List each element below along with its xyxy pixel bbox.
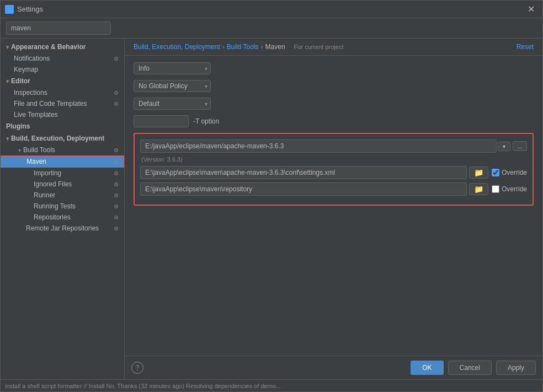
t-option-label: -T option xyxy=(193,117,219,125)
sidebar-item-ignored-files[interactable]: Ignored Files ⚙ xyxy=(1,179,124,190)
sidebar-item-inspections[interactable]: Inspections ⚙ xyxy=(1,87,124,98)
settings-content: Info Debug Warn Error ▾ No Global Policy… xyxy=(125,56,542,356)
maven-home-row: ▾ ... xyxy=(140,139,527,153)
sidebar: ▾ Appearance & Behavior Notifications ⚙ … xyxy=(1,39,125,379)
sidebar-item-appearance-behavior[interactable]: ▾ Appearance & Behavior xyxy=(1,41,124,53)
expand-arrow: ▾ xyxy=(6,78,9,84)
t-option-row: -T option xyxy=(134,115,534,127)
search-input[interactable] xyxy=(6,22,111,35)
maven-home-input[interactable] xyxy=(140,139,497,153)
maven-version-text: (Version: 3.6.3) xyxy=(140,156,527,163)
failure-policy-select-wrapper: Default Fast Never AtEnd ▾ xyxy=(134,98,211,110)
config-icon: ⚙ xyxy=(114,203,119,210)
config-icon: ⚙ xyxy=(114,214,119,221)
apply-button[interactable]: Apply xyxy=(496,361,536,375)
sidebar-item-build-tools[interactable]: ▾ Build Tools ⚙ xyxy=(1,144,124,155)
breadcrumb-path: Build, Execution, Deployment › Build Too… xyxy=(134,43,343,51)
sidebar-item-running-tests[interactable]: Running Tests ⚙ xyxy=(1,201,124,212)
config-icon: ⚙ xyxy=(114,170,119,176)
expand-arrow: ▾ xyxy=(6,136,9,142)
breadcrumb-maven: Maven xyxy=(265,43,285,51)
maven-home-box: ▾ ... (Version: 3.6.3) 📁 Override xyxy=(134,133,534,206)
local-repo-row: 📁 Override xyxy=(140,182,527,196)
local-repo-override-checkbox[interactable] xyxy=(492,185,499,193)
content-area: Build, Execution, Deployment › Build Too… xyxy=(125,39,542,379)
user-settings-row: 📁 Override xyxy=(140,166,527,179)
sidebar-item-maven[interactable]: Maven ⚙ xyxy=(1,155,124,168)
expand-arrow: ▾ xyxy=(18,147,21,153)
sidebar-item-runner[interactable]: Runner ⚙ xyxy=(1,190,124,201)
breadcrumb-project-label: For current project xyxy=(294,44,344,50)
config-icon: ⚙ xyxy=(114,192,119,198)
sidebar-item-build-execution[interactable]: ▾ Build, Execution, Deployment xyxy=(1,132,124,144)
config-icon: ⚙ xyxy=(114,56,119,62)
log-level-row: Info Debug Warn Error ▾ xyxy=(134,62,534,74)
reset-button[interactable]: Reset xyxy=(517,43,534,51)
window-title: Settings xyxy=(17,5,524,13)
cancel-button[interactable]: Cancel xyxy=(448,361,492,375)
sidebar-item-notifications[interactable]: Notifications ⚙ xyxy=(1,53,124,64)
close-button[interactable]: ✕ xyxy=(524,3,538,15)
checksum-policy-select-wrapper: No Global Policy Warn Fail ▾ xyxy=(134,80,211,92)
user-settings-override-row: Override xyxy=(492,169,527,176)
maven-home-browse-btn[interactable]: ... xyxy=(513,141,527,151)
title-bar: Settings ✕ xyxy=(1,1,542,18)
user-settings-browse-btn[interactable]: 📁 xyxy=(469,167,488,179)
local-repo-override-row: Override xyxy=(492,185,527,193)
sidebar-item-remote-jar[interactable]: Remote Jar Repositories ⚙ xyxy=(1,223,124,234)
sidebar-item-editor[interactable]: ▾ Editor xyxy=(1,75,124,87)
log-level-select[interactable]: Info Debug Warn Error xyxy=(134,62,211,74)
checksum-policy-select[interactable]: No Global Policy Warn Fail xyxy=(134,80,211,92)
user-settings-override-label[interactable]: Override xyxy=(502,169,527,176)
local-repo-input[interactable] xyxy=(140,182,467,196)
local-repo-browse-btn[interactable]: 📁 xyxy=(469,183,488,195)
bottom-left: ? xyxy=(131,362,143,374)
failure-policy-row: Default Fast Never AtEnd ▾ xyxy=(134,98,534,110)
sidebar-item-file-templates[interactable]: File and Code Templates ⚙ xyxy=(1,98,124,109)
config-icon: ⚙ xyxy=(113,159,118,165)
config-icon: ⚙ xyxy=(114,147,119,153)
status-bar: install a shell script formatter // Inst… xyxy=(1,379,542,391)
main-area: ▾ Appearance & Behavior Notifications ⚙ … xyxy=(1,39,542,379)
local-repo-override-label[interactable]: Override xyxy=(502,185,527,193)
breadcrumb-buildtools[interactable]: Build Tools xyxy=(227,43,259,51)
bottom-right: OK Cancel Apply xyxy=(411,361,536,375)
config-icon: ⚙ xyxy=(114,101,119,107)
config-icon: ⚙ xyxy=(114,90,119,96)
user-settings-input[interactable] xyxy=(140,166,467,179)
sidebar-item-keymap[interactable]: Keymap xyxy=(1,64,124,75)
sidebar-item-live-templates[interactable]: Live Templates xyxy=(1,109,124,120)
breadcrumb: Build, Execution, Deployment › Build Too… xyxy=(125,39,542,56)
expand-arrow: ▾ xyxy=(6,44,9,50)
checksum-policy-row: No Global Policy Warn Fail ▾ xyxy=(134,80,534,92)
config-icon: ⚙ xyxy=(114,181,119,187)
t-option-input[interactable] xyxy=(134,115,189,127)
breadcrumb-build[interactable]: Build, Execution, Deployment xyxy=(134,43,220,51)
user-settings-override-checkbox[interactable] xyxy=(492,169,499,176)
bottom-bar: ? OK Cancel Apply xyxy=(125,356,542,379)
failure-policy-select[interactable]: Default Fast Never AtEnd xyxy=(134,98,211,110)
help-button[interactable]: ? xyxy=(131,362,143,374)
sidebar-section-plugins[interactable]: Plugins xyxy=(1,120,124,132)
sidebar-item-importing[interactable]: Importing ⚙ xyxy=(1,168,124,179)
log-level-select-wrapper: Info Debug Warn Error ▾ xyxy=(134,62,211,74)
search-bar xyxy=(1,18,542,39)
app-icon xyxy=(5,5,14,14)
status-text: install a shell script formatter // Inst… xyxy=(5,383,281,389)
sidebar-item-repositories[interactable]: Repositories ⚙ xyxy=(1,212,124,223)
maven-home-dropdown-btn[interactable]: ▾ xyxy=(498,142,510,151)
ok-button[interactable]: OK xyxy=(411,361,443,375)
config-icon: ⚙ xyxy=(114,225,119,232)
settings-window: Settings ✕ ▾ Appearance & Behavior Notif… xyxy=(0,0,543,392)
